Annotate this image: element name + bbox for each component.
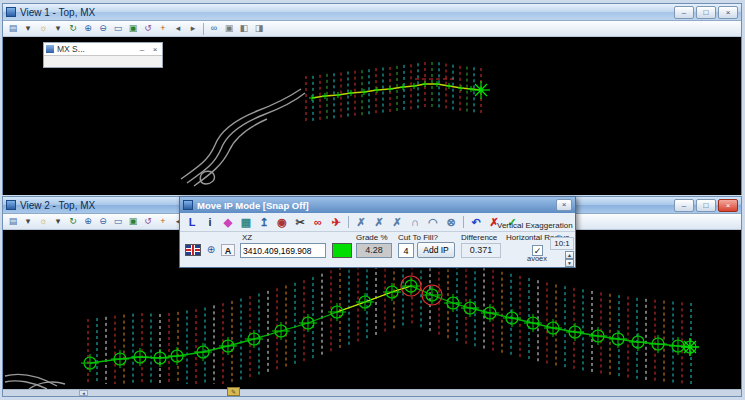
xz-label: XZ xyxy=(242,233,252,242)
globe-icon[interactable]: ⊕ xyxy=(203,244,219,256)
view-next-icon[interactable]: ▸ xyxy=(186,22,200,35)
vertical-exaggeration-label: Vertical Exaggeration xyxy=(497,221,573,230)
flag-icon[interactable] xyxy=(185,244,201,256)
cut-to-fill-input[interactable] xyxy=(398,243,414,258)
zoom-out-icon[interactable]: ⊖ xyxy=(96,22,110,35)
dialog-icon xyxy=(183,200,193,210)
brightness-icon[interactable]: ☼ xyxy=(36,215,50,228)
update-view-icon[interactable]: ↻ xyxy=(66,22,80,35)
vexag-caption: avoex xyxy=(527,254,547,263)
move-ip-dialog-title: Move IP Mode [Snap Off] xyxy=(197,200,309,211)
grade-value: 4.28 xyxy=(356,243,392,258)
toolbar-separator xyxy=(348,216,349,228)
raise-lower-icon[interactable]: ↥ xyxy=(256,215,272,230)
clip-mask-icon[interactable]: ◨ xyxy=(252,22,266,35)
minimize-button[interactable]: – xyxy=(674,6,694,19)
insert-ip-icon[interactable]: i xyxy=(202,215,218,230)
remove-curve-icon[interactable]: ∩ xyxy=(407,215,423,230)
dropdown-icon[interactable]: ▾ xyxy=(51,22,65,35)
pan-view-icon[interactable]: + xyxy=(156,215,170,228)
mx-palette-titlebar[interactable]: MX S... – × xyxy=(44,43,162,56)
rings-icon[interactable]: ∞ xyxy=(310,215,326,230)
move-ip-fields: ⊕ A XZ Grade % 4.28 Cut To Fill? Add IP … xyxy=(180,232,575,267)
clip-volume-icon[interactable]: ◧ xyxy=(237,22,251,35)
brightness-icon[interactable]: ☼ xyxy=(36,22,50,35)
vertical-exaggeration-value[interactable]: 10:1 xyxy=(550,237,574,250)
compass-icon[interactable]: ◉ xyxy=(274,215,290,230)
plane-icon[interactable]: ✈ xyxy=(328,215,344,230)
close-button[interactable]: × xyxy=(718,199,738,212)
binoculars-icon[interactable]: ∞ xyxy=(207,22,221,35)
vertical-exaggeration-spinner[interactable]: ▲ ▼ xyxy=(565,251,574,267)
mx-palette[interactable]: MX S... – × xyxy=(43,42,163,68)
view2-title: View 2 - Top, MX xyxy=(20,200,95,211)
view-window-icon xyxy=(6,7,16,17)
view1-toolbar: ▤▾☼▾↻⊕⊖▭▣↺+◂▸∞▣◧◨ xyxy=(3,21,741,37)
window-area-icon[interactable]: ▭ xyxy=(111,215,125,228)
maximize-button[interactable]: □ xyxy=(696,6,716,19)
rotate-view-icon[interactable]: ↺ xyxy=(141,22,155,35)
view1-titlebar[interactable]: View 1 - Top, MX – □ × xyxy=(3,4,741,21)
maximize-button[interactable]: □ xyxy=(696,199,716,212)
spinner-down-icon[interactable]: ▼ xyxy=(565,259,574,267)
dropdown-icon[interactable]: ▾ xyxy=(21,22,35,35)
text-format-icon[interactable]: A xyxy=(221,244,235,256)
scroll-left-button[interactable]: ◂ xyxy=(79,390,88,396)
zoom-in-icon[interactable]: ⊕ xyxy=(81,215,95,228)
horizontal-scrollbar[interactable]: ◂ ✎ xyxy=(3,389,741,396)
view-window-icon xyxy=(6,200,16,210)
view-attributes-icon[interactable]: ▤ xyxy=(6,22,20,35)
cut-to-fill-label: Cut To Fill? xyxy=(398,233,438,242)
fit-view-icon[interactable]: ▣ xyxy=(126,22,140,35)
zoom-in-icon[interactable]: ⊕ xyxy=(81,22,95,35)
view1-viewport[interactable]: MX S... – × xyxy=(3,37,741,195)
view-attributes-icon[interactable]: ▤ xyxy=(6,215,20,228)
minimize-button[interactable]: – xyxy=(674,199,694,212)
rotate-view-icon[interactable]: ↺ xyxy=(141,215,155,228)
spinner-up-icon[interactable]: ▲ xyxy=(565,251,574,259)
dialog-close-button[interactable]: × xyxy=(556,199,572,211)
mx-palette-icon xyxy=(46,45,54,53)
mx-palette-title: MX S... xyxy=(57,44,85,54)
palette-minimize-button[interactable]: – xyxy=(137,45,147,54)
toolbar-separator xyxy=(203,23,204,35)
zoom-out-icon[interactable]: ⊖ xyxy=(96,215,110,228)
grade-label: Grade % xyxy=(356,233,388,242)
move-ip-dialog: Move IP Mode [Snap Off] × Li◆▦↥◉✂∞✈✗✗✗∩◠… xyxy=(179,196,576,268)
window-area-icon[interactable]: ▭ xyxy=(111,22,125,35)
close-button[interactable]: × xyxy=(718,6,738,19)
add-ip-button[interactable]: Add IP xyxy=(417,242,455,258)
view-previous-icon[interactable]: ◂ xyxy=(171,22,185,35)
level-color-swatch[interactable] xyxy=(332,243,352,258)
fit-view-icon[interactable]: ▣ xyxy=(126,215,140,228)
dropdown-icon[interactable]: ▾ xyxy=(21,215,35,228)
circle-remove-icon[interactable]: ⊗ xyxy=(443,215,459,230)
vertical-design-icon[interactable]: L xyxy=(184,215,200,230)
dropdown-icon[interactable]: ▾ xyxy=(51,215,65,228)
table-icon[interactable]: ▦ xyxy=(238,215,254,230)
cut-icon[interactable]: ✂ xyxy=(292,215,308,230)
move-ip-dialog-titlebar[interactable]: Move IP Mode [Snap Off] × xyxy=(180,197,575,213)
curve-icon[interactable]: ◠ xyxy=(425,215,441,230)
view1-title: View 1 - Top, MX xyxy=(20,7,95,18)
view2-window-buttons: – □ × xyxy=(674,199,738,212)
diamond-point-icon[interactable]: ◆ xyxy=(220,215,236,230)
remove-ip-icon[interactable]: ✗ xyxy=(353,215,369,230)
palette-close-button[interactable]: × xyxy=(150,45,160,54)
remove-ip-left-icon[interactable]: ✗ xyxy=(371,215,387,230)
pencil-icon[interactable]: ✎ xyxy=(227,387,240,396)
toolbar-separator xyxy=(463,216,464,228)
remove-ip-right-icon[interactable]: ✗ xyxy=(389,215,405,230)
difference-label: Difference xyxy=(461,233,497,242)
difference-value: 0.371 xyxy=(461,243,501,258)
view1-window: View 1 - Top, MX – □ × ▤▾☼▾↻⊕⊖▭▣↺+◂▸∞▣◧◨… xyxy=(2,3,742,195)
undo-icon[interactable]: ↶ xyxy=(468,215,484,230)
copy-view-icon[interactable]: ▣ xyxy=(222,22,236,35)
view1-window-buttons: – □ × xyxy=(674,6,738,19)
pan-view-icon[interactable]: + xyxy=(156,22,170,35)
xz-input[interactable] xyxy=(240,243,326,258)
update-view-icon[interactable]: ↻ xyxy=(66,215,80,228)
